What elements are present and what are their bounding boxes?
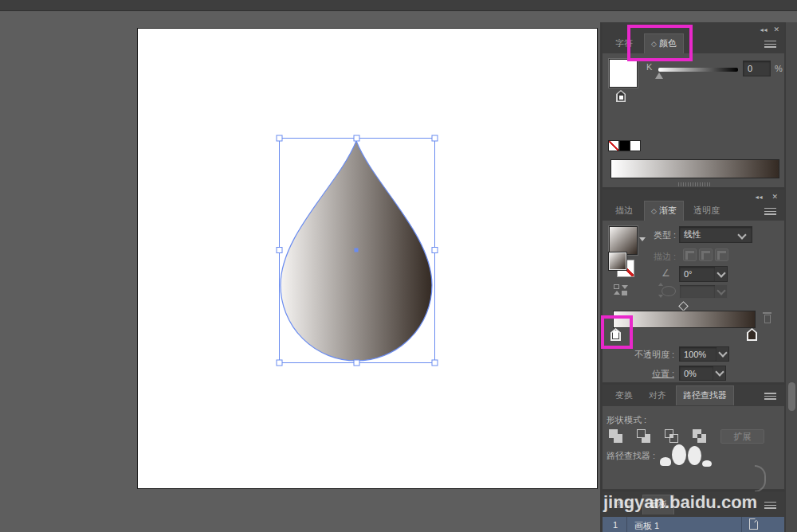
position-dropdown[interactable] — [713, 366, 726, 381]
fill-color-swatch[interactable] — [609, 59, 638, 88]
gradient-panel-header: ◄◄ ✕ 描边 ◇渐变 透明度 — [603, 190, 784, 221]
reverse-gradient-icon[interactable] — [614, 284, 628, 296]
exclude-shape-mode-button[interactable] — [693, 429, 707, 444]
watermark-text: jingyan.baidu.com — [603, 492, 757, 513]
k-slider-handle[interactable] — [655, 72, 663, 79]
gradient-along-stroke-button[interactable] — [699, 248, 713, 261]
tab-transparency[interactable]: 透明度 — [687, 201, 726, 221]
k-channel-label: K — [646, 62, 652, 72]
fill-proxy-icon[interactable] — [616, 90, 626, 102]
color-ramp[interactable] — [611, 159, 779, 178]
tab-align[interactable]: 对齐 — [642, 386, 673, 405]
delete-stop-trash-icon[interactable] — [762, 312, 772, 324]
dock-scrollbar-thumb[interactable] — [788, 382, 795, 411]
gradient-type-value: 线性 — [684, 229, 701, 241]
tab-label: 对齐 — [649, 390, 666, 400]
aspect-ratio-icon — [662, 286, 676, 296]
panel-resize-gripper[interactable] — [678, 182, 712, 186]
opacity-label: 不透明度 : — [625, 349, 674, 361]
row-divider — [626, 517, 627, 532]
canvas-art — [138, 29, 597, 488]
pathfinder-panel-tabs: 变换 对齐 路径查找器 — [603, 387, 784, 405]
gradient-midpoint-slider[interactable] — [678, 301, 689, 311]
shape-modes-label: 形状模式 : — [607, 414, 646, 426]
row-divider — [741, 517, 742, 532]
gradient-panel-titlestrip: ◄◄ ✕ — [603, 190, 784, 202]
chevron-down-icon — [718, 348, 727, 357]
gradient-angle-input[interactable]: 0° — [679, 266, 716, 282]
tab-label: 描边 — [615, 205, 633, 215]
tab-pathfinder[interactable]: 路径查找器 — [676, 385, 734, 405]
chevron-down-icon — [717, 286, 725, 295]
k-value-input[interactable]: 0 — [743, 61, 771, 76]
artboard-name: 画板 1 — [634, 520, 659, 532]
position-value: 0% — [684, 369, 697, 378]
collapse-panel-icon[interactable]: ◄◄ — [754, 191, 762, 203]
collapse-panel-icon[interactable]: ◄◄ — [759, 24, 767, 36]
fill-proxy-gradient[interactable] — [609, 252, 626, 270]
pathfinder-row-label: 路径查找器 : — [607, 450, 655, 462]
gradient-presets-arrow-icon[interactable] — [639, 237, 646, 241]
intersect-shape-mode-button[interactable] — [665, 429, 679, 444]
annotation-box-color-tab — [627, 25, 693, 61]
artboard-index: 1 — [613, 520, 618, 530]
opacity-input[interactable]: 100% — [679, 346, 717, 362]
k-percent-label: % — [775, 64, 783, 73]
chevron-down-icon — [737, 230, 746, 239]
panel-menu-icon[interactable] — [764, 41, 776, 49]
artboard-page-icon[interactable] — [749, 518, 758, 530]
close-panel-icon[interactable]: ✕ — [773, 24, 779, 36]
gradient-ramp[interactable] — [613, 311, 756, 328]
panel-menu-icon[interactable] — [764, 393, 776, 401]
aspect-ratio-input — [679, 284, 716, 299]
application-top-bar — [0, 0, 797, 11]
opacity-value: 100% — [684, 350, 706, 359]
minus-front-shape-mode-button[interactable] — [637, 429, 651, 444]
gradient-angle-value: 0° — [684, 269, 693, 279]
expand-button[interactable]: 扩展 — [720, 429, 764, 444]
tab-label: 路径查找器 — [683, 390, 727, 400]
tab-label: 透明度 — [693, 205, 720, 215]
gradient-within-stroke-button[interactable] — [683, 248, 697, 261]
expand-button-label: 扩展 — [734, 431, 752, 443]
aspect-ratio-up-arrow-icon — [658, 283, 663, 286]
position-input[interactable]: 0% — [679, 366, 714, 381]
tab-transform[interactable]: 变换 — [609, 386, 639, 405]
chevron-down-icon — [717, 268, 725, 277]
gradient-across-stroke-button[interactable] — [715, 248, 728, 261]
gradient-thumbnail[interactable] — [609, 226, 638, 255]
pathfinder-panel: 变换 对齐 路径查找器 形状模式 : — [602, 385, 785, 490]
position-label: 位置 : — [625, 368, 674, 380]
annotation-box-gradient-stop — [601, 315, 633, 349]
tab-label: 渐变 — [659, 205, 677, 215]
close-panel-icon[interactable]: ✕ — [771, 191, 778, 203]
stroke-gradient-label: 描边 : — [647, 251, 676, 263]
panel-corner-artifact — [755, 465, 766, 492]
tab-gradient[interactable]: ◇渐变 — [644, 201, 684, 221]
tab-label: 变换 — [615, 390, 633, 400]
artboard-list-row[interactable]: 1 画板 1 — [603, 517, 784, 532]
tab-stroke[interactable]: 描边 — [609, 201, 639, 221]
gradient-panel-tabs: 描边 ◇渐变 透明度 — [603, 202, 784, 221]
k-value: 0 — [748, 64, 752, 73]
shape-center-point[interactable] — [355, 248, 359, 252]
pathfinder-panel-header: 变换 对齐 路径查找器 — [603, 385, 784, 406]
unite-shape-mode-button[interactable] — [609, 429, 623, 444]
panel-menu-icon[interactable] — [764, 502, 776, 510]
gradient-type-select[interactable]: 线性 — [679, 226, 752, 243]
dock-scrollbar-track[interactable] — [785, 22, 797, 532]
gradient-angle-dropdown[interactable] — [715, 266, 728, 282]
opacity-dropdown[interactable] — [717, 346, 729, 362]
gradient-stop-right[interactable] — [747, 328, 757, 341]
type-label: 类型 : — [647, 229, 676, 241]
panel-dock: ◄◄ ✕ 字符 ◇颜色 — [600, 22, 797, 532]
chevron-down-icon — [715, 367, 724, 376]
black-swatch[interactable] — [619, 140, 630, 151]
watermark-paw-graphic — [660, 444, 716, 470]
panel-menu-icon[interactable] — [764, 208, 776, 217]
white-swatch[interactable] — [630, 140, 641, 151]
artboard-canvas[interactable] — [137, 28, 598, 489]
none-swatch[interactable] — [608, 140, 619, 151]
aspect-ratio-dropdown — [715, 284, 728, 299]
k-slider-track[interactable] — [658, 68, 738, 72]
